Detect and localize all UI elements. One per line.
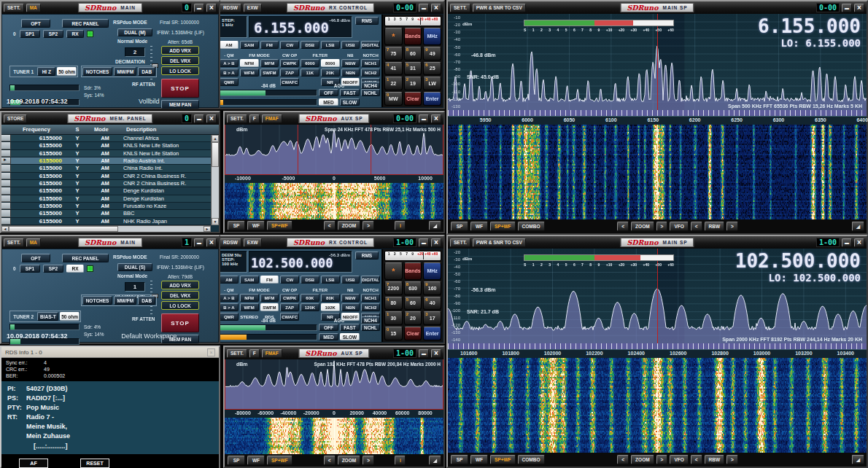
rx-grid-button[interactable]: NFM	[240, 59, 259, 67]
memory-row[interactable]: 6155000 Y AM Denge Kurdistan	[1, 187, 211, 195]
volume-slider[interactable]	[220, 99, 317, 106]
keypad-key[interactable]: Clear	[404, 92, 422, 106]
keypad-key[interactable]: MHz	[423, 262, 441, 280]
spwf-view-button[interactable]: SP+WF	[267, 221, 292, 230]
rx-grid-button[interactable]: NBW	[341, 59, 360, 67]
agc-slow-button[interactable]: SLOW	[340, 98, 360, 106]
rx-grid-button[interactable]: B > A	[220, 69, 239, 77]
pwr-snr-csv-button[interactable]: PWR & SNR TO CSV	[473, 238, 526, 247]
sp2-button[interactable]: SP2	[43, 30, 63, 38]
keypad-key[interactable]: 122	[384, 77, 403, 90]
keypad-key[interactable]: 220	[404, 311, 422, 325]
mode-button[interactable]: USB	[341, 276, 360, 284]
rbw-up-button[interactable]: >	[726, 222, 738, 231]
sett-button[interactable]: SETT.	[227, 114, 247, 123]
rec-panel-button[interactable]: REC PANEL	[62, 19, 109, 28]
frequency-digits[interactable]: 6.155.000	[254, 20, 329, 36]
aux-waterfall-area[interactable]	[225, 418, 443, 454]
decimation-value[interactable]: 2	[125, 47, 145, 57]
horizontal-scrollbar[interactable]: ◄ ►	[1, 225, 211, 232]
minimize-icon[interactable]	[194, 4, 204, 12]
rx-grid-button[interactable]: NBN	[341, 303, 360, 311]
exw-button[interactable]: EXW	[244, 4, 262, 12]
mode-button[interactable]: LSB	[321, 41, 340, 49]
zoom-in-button[interactable]: >	[363, 456, 374, 465]
rbw-up-button[interactable]: >	[726, 455, 738, 464]
row-selector-gutter[interactable]	[1, 150, 11, 157]
keypad-key[interactable]: 3LW	[423, 77, 441, 90]
nchl-button[interactable]: NCHL	[361, 324, 380, 331]
keypad-key[interactable]: 531	[404, 62, 422, 76]
rx-grid-button[interactable]: 6000	[301, 59, 319, 67]
keypad-key[interactable]: Enter	[423, 327, 441, 340]
minimize-icon[interactable]	[419, 349, 429, 358]
mode-button[interactable]: AM	[220, 276, 239, 284]
resize-corner-icon[interactable]: ◢	[429, 456, 441, 465]
minimize-icon[interactable]	[194, 238, 204, 247]
rec-panel-button[interactable]: REC PANEL	[62, 254, 109, 262]
zoom-in-button[interactable]: >	[656, 222, 668, 231]
row-selector-gutter[interactable]	[1, 180, 11, 187]
close-icon[interactable]	[854, 4, 864, 12]
close-icon[interactable]	[206, 238, 217, 247]
sp1-button[interactable]: SP1	[20, 30, 40, 38]
rx-grid-button[interactable]: NFM	[240, 294, 259, 302]
lo-lock-button[interactable]: LO LOCK	[161, 66, 199, 75]
zoom-out-button[interactable]: <	[324, 456, 336, 465]
sett-button[interactable]: SETT.	[4, 4, 24, 12]
memory-row[interactable]: 6155000 Y AM Denge Kurdistan	[1, 195, 211, 203]
keypad-key[interactable]: *	[384, 28, 403, 45]
scroll-right-icon[interactable]: ►	[204, 226, 211, 232]
row-selector-gutter[interactable]	[1, 195, 11, 202]
sett-button[interactable]: SETT.	[450, 238, 470, 247]
rdsw-button[interactable]: RDSW	[220, 238, 241, 247]
keypad-key[interactable]: 317	[423, 311, 441, 325]
sp-view-button[interactable]: SP	[228, 456, 245, 465]
close-icon[interactable]: ×	[207, 348, 215, 356]
af-button[interactable]: AF	[19, 459, 48, 468]
mem-pan-button[interactable]: MEM PAN	[161, 100, 199, 109]
combo-view-button[interactable]: COMBO	[518, 455, 545, 464]
zoom-in-button[interactable]: >	[656, 455, 668, 464]
keypad-key[interactable]: 949	[423, 47, 441, 61]
keypad-key[interactable]: 480	[384, 297, 403, 311]
keypad-key[interactable]: 015	[384, 327, 403, 340]
rx-grid-button[interactable]: NBN	[341, 69, 360, 77]
mode-button[interactable]: FM	[260, 276, 279, 284]
rx-grid-button[interactable]: 8000	[321, 59, 340, 67]
main-waterfall-canvas[interactable]	[448, 125, 867, 219]
zoom-out-button[interactable]: <	[324, 221, 336, 230]
fmaf-button[interactable]: FMAF	[262, 114, 282, 123]
scroll-up-icon[interactable]: ▲	[212, 135, 219, 142]
notches-button[interactable]: NOTCHES	[82, 296, 112, 305]
info-button[interactable]: i	[395, 221, 406, 230]
rx-grid-button[interactable]: 80K	[321, 294, 340, 302]
sp-view-button[interactable]: SP	[451, 455, 468, 464]
rx-grid-button[interactable]: A > B	[220, 59, 239, 67]
add-vrx-button[interactable]: ADD VRX	[161, 281, 199, 289]
agc-slow-button[interactable]: SLOW	[340, 333, 360, 340]
row-selector-gutter[interactable]	[1, 135, 11, 141]
rbw-down-button[interactable]: <	[691, 455, 702, 464]
aux-spectrum-canvas[interactable]	[225, 359, 443, 409]
keypad-key[interactable]: 8630	[404, 281, 422, 295]
row-selector-gutter[interactable]	[1, 173, 11, 179]
rx-grid-button[interactable]: SWFM	[260, 303, 279, 311]
keypad-key[interactable]: Bands	[404, 28, 422, 45]
col-description[interactable]: Description	[123, 126, 219, 133]
mode-button[interactable]: FM	[260, 41, 279, 49]
aux-waterfall-canvas[interactable]	[225, 418, 443, 454]
close-icon[interactable]	[206, 4, 217, 12]
agc-fast-button[interactable]: FAST	[340, 89, 360, 96]
vfo-button[interactable]: VFO	[670, 222, 688, 231]
mode-button[interactable]: SAM	[240, 276, 259, 284]
antenna-button[interactable]: BIAS-T	[37, 312, 58, 321]
row-selector-gutter[interactable]	[1, 142, 11, 149]
store-button[interactable]: STORE	[4, 114, 27, 123]
rx-grid-button[interactable]: 120K	[301, 303, 319, 311]
rx-grid-button[interactable]: A > B	[220, 294, 239, 302]
mwfm-notch-button[interactable]: MW/FM	[114, 296, 136, 305]
zoom-out-button[interactable]: <	[617, 455, 629, 464]
close-icon[interactable]	[854, 238, 864, 247]
sp-view-button[interactable]: SP	[451, 222, 468, 231]
